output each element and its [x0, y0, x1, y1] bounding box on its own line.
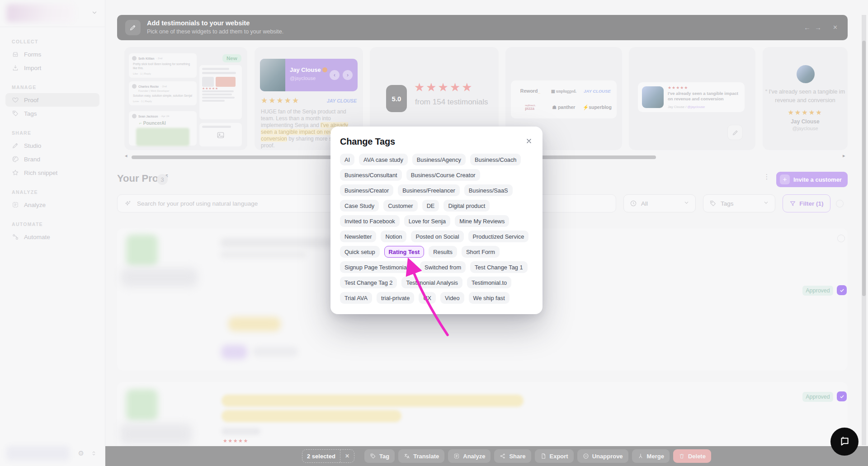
sidebar-item-rich-snippet[interactable]: Rich snippet — [5, 166, 99, 179]
tag-pill-business-agency[interactable]: Business/Agency — [412, 154, 466, 165]
sidebar-item-forms[interactable]: Forms — [5, 47, 99, 61]
tags-filter-dropdown[interactable]: Tags — [703, 194, 775, 212]
scroll-right-icon[interactable]: ▸ — [843, 153, 845, 159]
tags-tag-icon — [12, 110, 19, 117]
chevron-down-icon[interactable] — [91, 9, 98, 18]
tag-pill-ai[interactable]: AI — [340, 154, 354, 165]
tag-pill-business-saas[interactable]: Business/SaaS — [464, 184, 513, 196]
banner-next-arrow-icon[interactable]: → — [815, 23, 821, 33]
select-all-checkbox[interactable] — [836, 200, 844, 207]
tag-pill-video[interactable]: Video — [440, 292, 464, 304]
tag-pill-test-change-tag-2[interactable]: Test Change Tag 2 — [340, 277, 397, 288]
sidebar-item-tags[interactable]: Tags — [5, 107, 99, 120]
more-options-icon[interactable]: ⋮ — [762, 171, 771, 183]
sidebar-item-brand[interactable]: Brand — [5, 152, 99, 166]
tag-pill-we-ship-fast[interactable]: We ship fast — [469, 292, 509, 304]
widget-single-card[interactable]: ★★★★★ I've already seen a tangible impac… — [629, 47, 755, 150]
tag-pill-posted-on-social[interactable]: Posted on Social — [411, 231, 463, 242]
modal-close-icon[interactable] — [524, 137, 533, 147]
mini-card-footer: Like · 1 | Reply — [133, 72, 193, 75]
selected-checkbox[interactable] — [837, 285, 847, 295]
tag-pill-business-coach[interactable]: Business/Coach — [470, 154, 521, 165]
tag-pill-rating-test[interactable]: Rating Test — [384, 246, 425, 258]
image-placeholder — [216, 77, 236, 87]
tag-pill-notion[interactable]: Notion — [381, 231, 406, 242]
tag-pill-productized-service[interactable]: Productized Service — [468, 231, 529, 242]
tag-pill-business-freelancer[interactable]: Business/Freelancer — [398, 184, 460, 196]
tag-pill-testimonial-to[interactable]: Testimonial.to — [467, 277, 511, 288]
sidebar-item-studio[interactable]: Studio — [5, 139, 99, 152]
status-filter-dropdown[interactable]: All — [623, 194, 696, 212]
clear-selection-icon[interactable]: ✕ — [340, 450, 349, 462]
account-name-blurred — [6, 446, 70, 461]
funnel-icon — [789, 200, 796, 207]
pen-icon — [125, 20, 141, 35]
banner-close-icon[interactable]: ✕ — [833, 23, 838, 33]
analyze-button[interactable]: Analyze — [448, 449, 491, 463]
scroll-left-icon[interactable]: ◂ — [125, 153, 127, 159]
sidebar: COLLECTFormsImportMANAGEProofTagsSHARESt… — [0, 0, 105, 466]
bulk-actions: TagTranslateAnalyzeShareExportUnapproveM… — [364, 449, 711, 463]
tag-pill-switched-from[interactable]: Switched from — [420, 261, 466, 273]
banner-prev-arrow-icon[interactable]: ← — [804, 23, 811, 33]
testimonial-quote: I've already seen a tangible impact on r… — [668, 91, 740, 102]
tag-pill-ava-case-study[interactable]: AVA case study — [359, 154, 408, 165]
translate-button[interactable]: Translate — [398, 449, 444, 463]
tag-pill-short-form[interactable]: Short Form — [462, 246, 500, 258]
tag-pill-case-study[interactable]: Case Study — [340, 200, 379, 212]
tag-button[interactable]: Tag — [364, 449, 395, 463]
gear-icon[interactable]: ⚙ — [78, 450, 84, 457]
tag-pill-ux[interactable]: UX — [419, 292, 436, 304]
tag-pill-quick-setup[interactable]: Quick setup — [340, 246, 380, 258]
tag-pill-mine-my-reviews[interactable]: Mine My Reviews — [455, 215, 509, 227]
studio-pen-icon — [12, 142, 19, 149]
carousel-next-button[interactable]: › — [343, 70, 353, 80]
filter-button[interactable]: Filter (1) — [783, 194, 830, 212]
logo-jay-clouse: JAY CLOUSE — [584, 89, 611, 94]
tag-pill-de[interactable]: DE — [422, 200, 439, 212]
tag-list: AIAVA case studyBusiness/AgencyBusiness/… — [340, 154, 533, 304]
tag-icon — [709, 200, 717, 207]
tag-pill-testimonial-analysis[interactable]: Testimonial Analysis — [401, 277, 462, 288]
vertical-scrollbar-thumb[interactable] — [862, 41, 866, 296]
tag-pill-signup-page-testimonials[interactable]: Signup Page Testimonials — [340, 261, 415, 273]
tag-pill-business-creator[interactable]: Business/Creator — [340, 184, 393, 196]
tag-pill-business-course-creator[interactable]: Business/Course Creator — [406, 169, 480, 181]
tag-pill-newsletter[interactable]: Newsletter — [340, 231, 376, 242]
new-badge: New — [222, 54, 241, 62]
tag-pill-results[interactable]: Results — [429, 246, 457, 258]
sidebar-item-import[interactable]: Import — [5, 61, 99, 75]
tag-pill-business-consultant[interactable]: Business/Consultant — [340, 169, 402, 181]
widget-quote[interactable]: “ I've already seen a tangible im revenu… — [763, 47, 848, 150]
invite-customer-button[interactable]: Invite a customer — [776, 172, 848, 187]
tag-pill-test-change-tag-1[interactable]: Test Change Tag 1 — [470, 261, 527, 273]
chat-launcher-button[interactable] — [830, 428, 859, 456]
sort-updown-icon[interactable] — [91, 450, 97, 458]
sidebar-item-analyze[interactable]: Analyze — [5, 198, 99, 212]
sidebar-item-automate[interactable]: Automate — [5, 230, 99, 244]
delete-button[interactable]: Delete — [673, 449, 711, 463]
workspace-switcher[interactable] — [0, 0, 105, 27]
merge-button[interactable]: Merge — [632, 449, 670, 463]
unapprove-button[interactable]: Unapprove — [577, 449, 628, 463]
edit-pen-icon[interactable] — [727, 125, 743, 140]
tag-pill-trial-ava[interactable]: Trial AVA — [340, 292, 372, 304]
share-button[interactable]: Share — [494, 449, 531, 463]
export-button[interactable]: Export — [535, 449, 574, 463]
action-label: Merge — [647, 453, 664, 460]
verified-badge-icon — [322, 67, 327, 72]
tag-pill-trial-private[interactable]: trial-private — [377, 292, 414, 304]
filter-label: Filter (1) — [799, 200, 823, 207]
tag-pill-love-for-senja[interactable]: Love for Senja — [404, 215, 451, 227]
carousel-prev-button[interactable]: ‹ — [330, 70, 340, 80]
tag-pill-customer[interactable]: Customer — [383, 200, 417, 212]
sidebar-item-proof[interactable]: Proof — [5, 93, 99, 107]
sidebar-nav: COLLECTFormsImportMANAGEProofTagsSHARESt… — [0, 27, 105, 244]
customer-photo — [260, 59, 285, 91]
tag-pill-digital-product[interactable]: Digital product — [443, 200, 490, 212]
selected-checkbox[interactable] — [837, 391, 847, 401]
banner-title: Add testimonials to your website — [147, 19, 250, 27]
widget-testimonial-wall[interactable]: Seth Killian · 2nd Pretty slick tool! Be… — [124, 47, 247, 150]
tag-pill-invited-to-facebook[interactable]: Invited to Facebook — [340, 215, 400, 227]
row-checkbox[interactable] — [837, 235, 845, 242]
